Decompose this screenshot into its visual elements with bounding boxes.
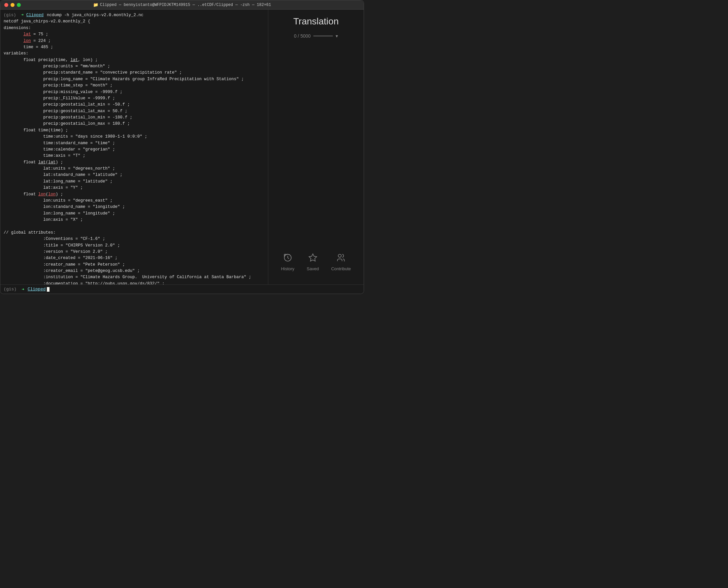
bottom-bar: (gis) ➜ Clipped [0,285,364,294]
panel-icons: History Saved [268,252,364,285]
counter-dropdown[interactable]: ▾ [336,33,338,39]
window-frame: 📁 Clipped — bennyistanto@WFPIDJKTM149915… [0,0,364,294]
window-title: 📁 Clipped — bennyistanto@WFPIDJKTM149915… [93,2,271,7]
folder-icon: 📁 [93,2,98,7]
char-counter: 0 / 5000 ▾ [294,33,338,39]
main-content: (gis) ➜ Clipped ncdump -h java_chirps-v2… [0,9,364,285]
maximize-button[interactable] [17,3,21,7]
close-button[interactable] [4,3,8,7]
terminal-output: netcdf java_chirps-v2.0.monthly_2 { dime… [4,19,265,285]
title-bar: 📁 Clipped — bennyistanto@WFPIDJKTM149915… [0,0,364,9]
contribute-icon [335,252,347,264]
prompt-gis-label: (gis) [4,12,16,19]
prompt-command: ncdump -h java_chirps-v2.0.monthly_2.nc [47,12,144,19]
svg-marker-1 [309,254,316,261]
saved-item[interactable]: Saved [307,252,319,271]
counter-text: 0 / 5000 [294,33,311,39]
bottom-directory: Clipped [28,287,46,292]
contribute-label: Contribute [331,266,351,271]
right-panel: Translation 0 / 5000 ▾ [268,9,364,285]
history-label: History [281,266,294,271]
history-item[interactable]: History [281,252,294,271]
traffic-lights [4,3,21,7]
prompt-arrow: ➜ [21,12,24,19]
bottom-prompt: (gis) ➜ Clipped [4,287,49,292]
bottom-gis: (gis) [4,287,17,292]
svg-point-2 [338,254,341,257]
prompt-space [18,12,20,19]
translation-title: Translation [293,16,338,27]
bottom-arrow: ➜ [22,287,24,292]
cursor [47,287,49,292]
minimize-button[interactable] [11,3,15,7]
star-svg [308,253,317,262]
history-icon [282,252,294,264]
prompt-line-1: (gis) ➜ Clipped ncdump -h java_chirps-v2… [4,12,265,19]
contribute-item[interactable]: Contribute [331,252,351,271]
saved-label: Saved [307,266,319,271]
saved-icon [307,252,319,264]
terminal-area[interactable]: (gis) ➜ Clipped ncdump -h java_chirps-v2… [0,9,268,285]
prompt-directory: Clipped [26,12,44,19]
history-svg [283,253,292,262]
counter-bar [313,35,333,37]
people-svg [336,253,346,262]
